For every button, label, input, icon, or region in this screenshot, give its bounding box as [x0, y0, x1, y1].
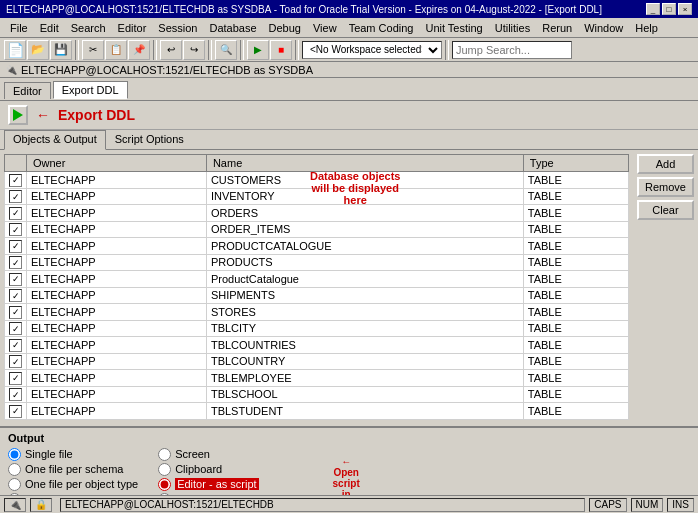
new-btn[interactable]: 📄 [4, 40, 26, 60]
status-num: NUM [631, 498, 664, 512]
radio-screen-input[interactable] [158, 448, 171, 461]
radio-clipboard-input[interactable] [158, 463, 171, 476]
row-checkbox[interactable] [9, 240, 22, 253]
objects-output-tab[interactable]: Objects & Output [4, 130, 106, 150]
menu-database[interactable]: Database [203, 21, 262, 35]
jump-search-input[interactable] [452, 41, 572, 59]
close-button[interactable]: × [678, 3, 692, 15]
radio-editor-script-input[interactable] [158, 478, 171, 491]
row-checkbox-cell [5, 287, 27, 304]
menu-editor[interactable]: Editor [112, 21, 153, 35]
radio-one-per-object-type-input[interactable] [8, 478, 21, 491]
save-btn[interactable]: 💾 [50, 40, 72, 60]
table-row: ELTECHAPP INVENTORY TABLE [5, 188, 629, 205]
row-checkbox-cell [5, 320, 27, 337]
connection-path: ELTECHAPP@LOCALHOST:1521/ELTECHDB as SYS… [21, 64, 313, 76]
radio-one-per-schema-input[interactable] [8, 463, 21, 476]
row-name: ORDERS [206, 205, 523, 222]
row-checkbox[interactable] [9, 306, 22, 319]
paste-btn[interactable]: 📌 [128, 40, 150, 60]
row-checkbox[interactable] [9, 273, 22, 286]
back-arrow-icon: ← [36, 107, 50, 123]
radio-single-file-label: Single file [25, 448, 73, 460]
row-owner: ELTECHAPP [27, 320, 207, 337]
run-btn[interactable]: ▶ [247, 40, 269, 60]
cut-btn[interactable]: ✂ [82, 40, 104, 60]
copy-btn[interactable]: 📋 [105, 40, 127, 60]
row-name: STORES [206, 304, 523, 321]
clear-button[interactable]: Clear [637, 200, 694, 220]
separator-3 [208, 40, 212, 60]
script-options-tab[interactable]: Script Options [106, 130, 193, 149]
execute-button[interactable] [8, 105, 28, 125]
row-checkbox[interactable] [9, 372, 22, 385]
row-name: CUSTOMERS [206, 172, 523, 189]
col-header-type: Type [523, 155, 628, 172]
menu-team-coding[interactable]: Team Coding [343, 21, 420, 35]
row-checkbox[interactable] [9, 289, 22, 302]
separator-1 [75, 40, 79, 60]
export-ddl-tab[interactable]: Export DDL [53, 81, 128, 99]
row-checkbox[interactable] [9, 174, 22, 187]
row-owner: ELTECHAPP [27, 337, 207, 354]
menu-search[interactable]: Search [65, 21, 112, 35]
workspace-select[interactable]: <No Workspace selected> [302, 41, 442, 59]
row-checkbox[interactable] [9, 190, 22, 203]
radio-single-file-input[interactable] [8, 448, 21, 461]
row-checkbox-cell [5, 172, 27, 189]
row-owner: ELTECHAPP [27, 188, 207, 205]
menu-unit-testing[interactable]: Unit Testing [419, 21, 488, 35]
row-checkbox[interactable] [9, 339, 22, 352]
row-type: TABLE [523, 370, 628, 387]
radio-one-per-object-type: One file per object type [8, 478, 138, 491]
row-name: SHIPMENTS [206, 287, 523, 304]
row-checkbox-cell [5, 304, 27, 321]
menu-utilities[interactable]: Utilities [489, 21, 536, 35]
row-owner: ELTECHAPP [27, 386, 207, 403]
menu-window[interactable]: Window [578, 21, 629, 35]
redo-btn[interactable]: ↪ [183, 40, 205, 60]
row-checkbox[interactable] [9, 322, 22, 335]
main-window: ELTECHAPP@LOCALHOST:1521/ELTECHDB as SYS… [0, 0, 698, 513]
row-name: ProductCatalogue [206, 271, 523, 288]
row-checkbox[interactable] [9, 256, 22, 269]
open-btn[interactable]: 📂 [27, 40, 49, 60]
table-row: ELTECHAPP PRODUCTS TABLE [5, 254, 629, 271]
menu-help[interactable]: Help [629, 21, 664, 35]
menu-session[interactable]: Session [152, 21, 203, 35]
status-icon: 🔌 [4, 498, 26, 512]
row-checkbox[interactable] [9, 388, 22, 401]
row-checkbox[interactable] [9, 207, 22, 220]
editor-tab[interactable]: Editor [4, 82, 51, 99]
stop-btn[interactable]: ■ [270, 40, 292, 60]
menu-rerun[interactable]: Rerun [536, 21, 578, 35]
row-name: TBLSTUDENT [206, 403, 523, 420]
remove-button[interactable]: Remove [637, 177, 694, 197]
objects-panel: Owner Name Type ELTECHAPP CUSTOMERS TABL… [0, 150, 633, 424]
run-arrow-icon [13, 109, 23, 121]
radio-clipboard-label: Clipboard [175, 463, 222, 475]
row-owner: ELTECHAPP [27, 205, 207, 222]
row-type: TABLE [523, 254, 628, 271]
search-btn[interactable]: 🔍 [215, 40, 237, 60]
menu-view[interactable]: View [307, 21, 343, 35]
maximize-button[interactable]: □ [662, 3, 676, 15]
undo-btn[interactable]: ↩ [160, 40, 182, 60]
row-name: INVENTORY [206, 188, 523, 205]
menu-edit[interactable]: Edit [34, 21, 65, 35]
row-checkbox[interactable] [9, 355, 22, 368]
row-checkbox-cell [5, 353, 27, 370]
row-checkbox[interactable] [9, 223, 22, 236]
minimize-button[interactable]: _ [646, 3, 660, 15]
status-lock: 🔒 [30, 498, 52, 512]
title-text: ELTECHAPP@LOCALHOST:1521/ELTECHDB as SYS… [6, 4, 602, 15]
menu-debug[interactable]: Debug [263, 21, 307, 35]
add-button[interactable]: Add [637, 154, 694, 174]
row-type: TABLE [523, 304, 628, 321]
row-checkbox[interactable] [9, 405, 22, 418]
radio-screen-label: Screen [175, 448, 210, 460]
menu-file[interactable]: File [4, 21, 34, 35]
row-owner: ELTECHAPP [27, 287, 207, 304]
status-bar: 🔌 🔒 ELTECHAPP@LOCALHOST:1521/ELTECHDB CA… [0, 495, 698, 513]
row-type: TABLE [523, 238, 628, 255]
